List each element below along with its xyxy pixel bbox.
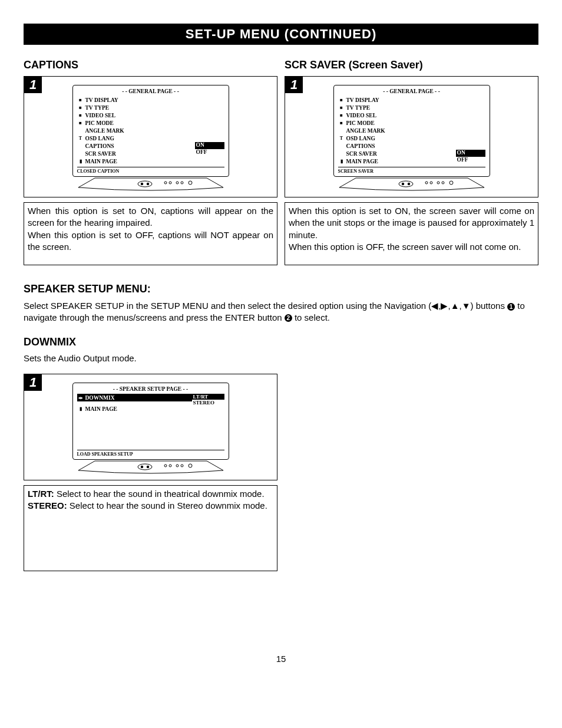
device-base-icon: [77, 460, 224, 476]
svg-point-6: [181, 182, 183, 184]
speaker-icon: ◂▸: [77, 396, 84, 400]
osd-option-on: ON: [195, 142, 224, 149]
osd-item: ANGLE MARK: [85, 128, 124, 134]
title-bar: SET-UP MENU (CONTINUED): [24, 24, 538, 45]
captions-heading: CAPTIONS: [24, 59, 277, 71]
osd-option-off: OFF: [195, 149, 224, 156]
osd-general-page: - - GENERAL PAGE - - ■TV DISPLAY ■TV TYP…: [333, 85, 490, 177]
device-base-icon: [338, 177, 485, 193]
scrsaver-heading: SCR SAVER (Screen Saver): [285, 59, 538, 71]
osd-item: TV TYPE: [85, 105, 110, 111]
svg-point-9: [401, 183, 404, 185]
osd-item: VIDEO SEL: [346, 113, 376, 118]
svg-point-2: [146, 183, 148, 185]
osd-item: MAIN PAGE: [85, 159, 117, 164]
callout-2-icon: 2: [285, 314, 292, 322]
step-badge: 1: [24, 77, 42, 93]
osd-item: PIC MODE: [346, 120, 375, 126]
svg-point-8: [399, 181, 413, 187]
osd-footer: SCREEN SAVER: [338, 167, 485, 174]
svg-point-23: [189, 464, 192, 467]
osd-item: ANGLE MARK: [346, 128, 385, 134]
svg-point-7: [189, 181, 192, 185]
step-badge: 1: [24, 374, 42, 391]
osd-option-off: OFF: [456, 157, 485, 164]
device-base-icon: [77, 177, 224, 193]
osd-item: OSD LANG: [346, 136, 375, 141]
callout-1-icon: 1: [507, 303, 515, 311]
svg-point-16: [138, 464, 152, 470]
svg-point-3: [164, 182, 167, 184]
svg-point-21: [176, 465, 178, 467]
osd-item: VIDEO SEL: [85, 113, 115, 118]
svg-point-18: [146, 466, 148, 468]
captions-panel: 1 - - GENERAL PAGE - - ■TV DISPLAY ■TV T…: [24, 76, 277, 197]
osd-item: PIC MODE: [85, 120, 114, 126]
osd-item: CAPTIONS: [346, 143, 375, 149]
svg-point-14: [442, 182, 444, 184]
downmix-subtitle: Sets the Audio Output mode.: [24, 353, 538, 363]
osd-item: TV TYPE: [346, 105, 371, 111]
downmix-heading: DOWNMIX: [24, 336, 538, 348]
svg-point-5: [176, 182, 178, 184]
svg-point-4: [169, 182, 171, 184]
osd-title: - - GENERAL PAGE - -: [77, 88, 224, 94]
svg-point-15: [449, 181, 453, 185]
downmix-description: LT/RT: Select to hear the sound in theat…: [24, 485, 277, 571]
osd-item: CAPTIONS: [85, 143, 114, 149]
svg-point-11: [425, 182, 428, 184]
speaker-paragraph: Select SPEAKER SETUP in the SETUP MENU a…: [24, 300, 538, 323]
osd-item: TV DISPLAY: [346, 97, 379, 103]
captions-description: When this option is set to ON, captions …: [24, 202, 277, 265]
osd-item: MAIN PAGE: [346, 159, 378, 164]
osd-item: SCR SAVER: [85, 151, 116, 157]
step-badge: 1: [285, 77, 303, 93]
osd-title: - - GENERAL PAGE - -: [338, 88, 485, 94]
svg-point-13: [437, 182, 439, 184]
osd-item-downmix: DOWNMIX: [85, 395, 115, 401]
svg-point-17: [140, 466, 143, 468]
osd-option-on: ON: [456, 150, 485, 157]
nav-arrows-icon: ◀,▶,▲,▼: [431, 301, 470, 311]
svg-point-1: [140, 183, 143, 185]
downmix-panel: 1 - - SPEAKER SETUP PAGE - - ◂▸DOWNMIX ▮…: [24, 374, 277, 480]
osd-item: SCR SAVER: [346, 151, 377, 157]
scrsaver-description: When this option is set to ON, the scree…: [285, 202, 538, 265]
osd-title: - - SPEAKER SETUP PAGE - -: [77, 386, 224, 392]
osd-footer: CLOSED CAPTION: [77, 167, 224, 174]
svg-point-0: [138, 181, 152, 187]
svg-point-10: [407, 183, 409, 185]
osd-item: OSD LANG: [85, 136, 114, 141]
svg-point-22: [181, 465, 183, 467]
speaker-heading: SPEAKER SETUP MENU:: [24, 283, 538, 295]
osd-footer: LOAD SPEAKERS SETUP: [77, 450, 224, 457]
osd-general-page: - - GENERAL PAGE - - ■TV DISPLAY ■TV TYP…: [72, 85, 229, 177]
svg-point-19: [164, 465, 167, 467]
svg-point-12: [430, 182, 432, 184]
scrsaver-panel: 1 - - GENERAL PAGE - - ■TV DISPLAY ■TV T…: [285, 76, 538, 197]
osd-option-ltrt: LT/RT: [192, 394, 224, 400]
osd-speaker-setup-page: - - SPEAKER SETUP PAGE - - ◂▸DOWNMIX ▮MA…: [72, 383, 229, 460]
page-number: 15: [24, 654, 538, 664]
osd-item: TV DISPLAY: [85, 97, 118, 103]
svg-point-20: [169, 465, 171, 467]
osd-item-mainpage: MAIN PAGE: [85, 406, 117, 412]
osd-option-stereo: STEREO: [192, 400, 224, 406]
